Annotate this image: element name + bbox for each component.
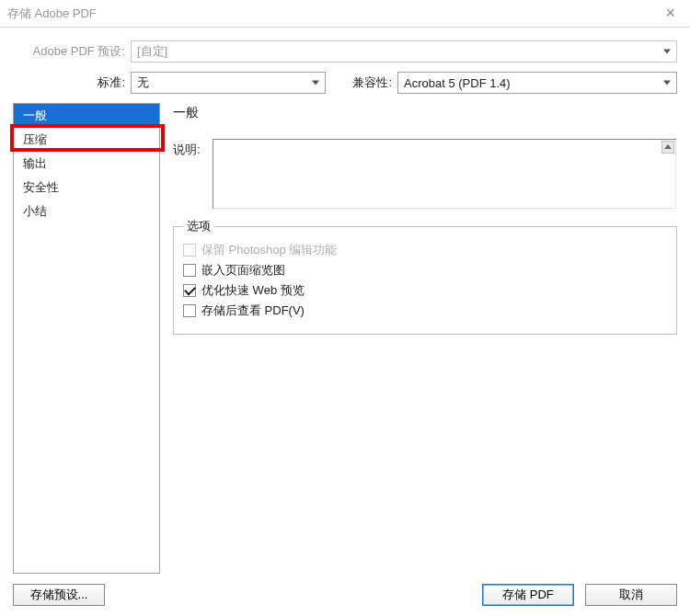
compat-label: 兼容性: <box>326 74 397 91</box>
option-optimize-web[interactable]: 优化快速 Web 预览 <box>183 282 667 299</box>
checkbox-icon[interactable] <box>183 284 196 297</box>
section-heading: 一般 <box>173 103 677 121</box>
dialog-window: 存储 Adobe PDF × Adobe PDF 预设: [自定] 标准: 无 … <box>0 0 690 616</box>
option-label: 存储后查看 PDF(V) <box>201 302 305 319</box>
option-view-after-save[interactable]: 存储后查看 PDF(V) <box>183 302 667 319</box>
options-legend: 选项 <box>183 218 214 234</box>
chevron-down-icon <box>663 81 671 86</box>
compat-value: Acrobat 5 (PDF 1.4) <box>404 76 511 90</box>
preset-label: Adobe PDF 预设: <box>13 43 131 60</box>
chevron-down-icon <box>312 81 319 86</box>
preset-dropdown[interactable]: [自定] <box>131 40 677 63</box>
standard-label: 标准: <box>13 74 131 91</box>
sidebar-item-label: 压缩 <box>23 132 47 146</box>
sidebar: 一般 压缩 输出 安全性 小结 <box>13 103 160 574</box>
description-row: 说明: <box>173 138 677 210</box>
right-pane: 一般 说明: 选项 保留 Photoshop 编辑功能 嵌入页面缩 <box>173 103 677 574</box>
title-bar: 存储 Adobe PDF × <box>0 0 690 28</box>
button-label: 取消 <box>619 587 643 603</box>
checkbox-icon <box>183 244 196 257</box>
dialog-footer: 存储预设... 存储 PDF 取消 <box>0 574 690 616</box>
option-preserve-editing: 保留 Photoshop 编辑功能 <box>183 242 667 258</box>
content-area: Adobe PDF 预设: [自定] 标准: 无 兼容性: Acrobat 5 … <box>0 28 690 574</box>
button-label: 存储 PDF <box>502 587 554 603</box>
option-embed-thumbnails[interactable]: 嵌入页面缩览图 <box>183 262 667 279</box>
sidebar-item-summary[interactable]: 小结 <box>14 200 159 223</box>
save-pdf-button[interactable]: 存储 PDF <box>482 584 574 606</box>
scroll-up-icon[interactable] <box>661 141 674 154</box>
options-fieldset: 选项 保留 Photoshop 编辑功能 嵌入页面缩览图 优化快速 Web 预览 <box>173 226 677 335</box>
close-icon[interactable]: × <box>658 4 683 23</box>
cancel-button[interactable]: 取消 <box>585 584 677 606</box>
description-textarea[interactable] <box>212 138 677 210</box>
main-area: 一般 压缩 输出 安全性 小结 一般 说明: 选项 <box>13 103 677 574</box>
button-label: 存储预设... <box>30 587 88 603</box>
sidebar-item-security[interactable]: 安全性 <box>14 176 159 200</box>
option-label: 嵌入页面缩览图 <box>201 262 285 279</box>
window-title: 存储 Adobe PDF <box>7 6 97 22</box>
standard-compat-row: 标准: 无 兼容性: Acrobat 5 (PDF 1.4) <box>13 72 677 94</box>
preset-row: Adobe PDF 预设: [自定] <box>13 40 677 63</box>
sidebar-item-label: 小结 <box>23 204 47 218</box>
sidebar-item-general[interactable]: 一般 <box>14 104 159 128</box>
option-label: 优化快速 Web 预览 <box>201 282 305 299</box>
checkbox-icon[interactable] <box>183 264 196 277</box>
sidebar-item-label: 安全性 <box>23 180 59 194</box>
sidebar-item-label: 输出 <box>23 156 47 170</box>
chevron-down-icon <box>663 50 671 54</box>
sidebar-item-output[interactable]: 输出 <box>14 152 159 176</box>
checkbox-icon[interactable] <box>183 304 196 317</box>
option-label: 保留 Photoshop 编辑功能 <box>201 242 337 258</box>
standard-dropdown[interactable]: 无 <box>131 72 326 94</box>
sidebar-item-label: 一般 <box>23 108 47 122</box>
preset-value: [自定] <box>137 43 167 60</box>
description-label: 说明: <box>173 138 212 158</box>
compat-dropdown[interactable]: Acrobat 5 (PDF 1.4) <box>397 72 677 94</box>
standard-value: 无 <box>137 74 149 91</box>
save-preset-button[interactable]: 存储预设... <box>13 584 105 606</box>
sidebar-item-compression[interactable]: 压缩 <box>14 128 159 152</box>
